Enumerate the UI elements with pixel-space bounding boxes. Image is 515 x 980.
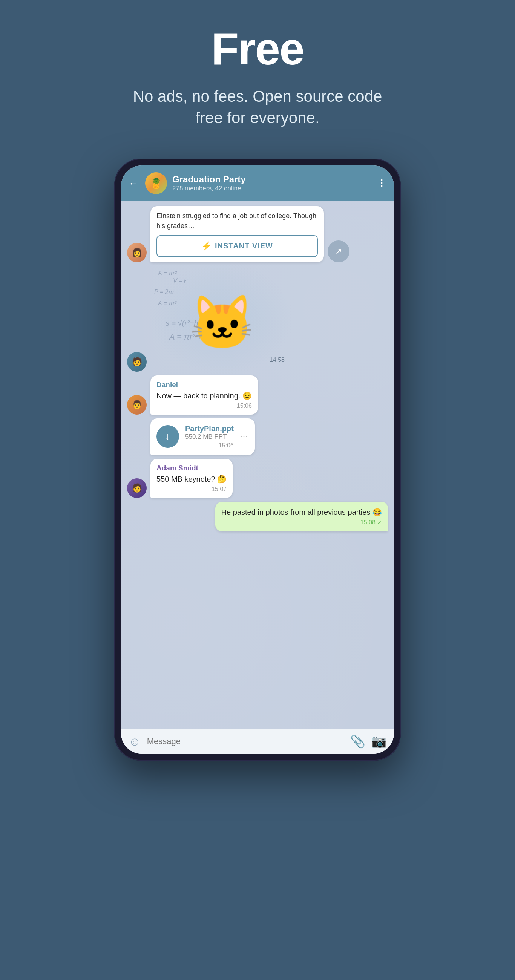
file-name: PartyPlan.ppt [185, 425, 234, 433]
message-timestamp: 15:08 ✓ [221, 519, 382, 526]
avatar-emoji: 🍍 [150, 177, 163, 189]
avatar: 🧑 [127, 352, 147, 372]
sticker-message: A = πr² V = l³ P = 2πr A = πr³ s = √(r²+… [150, 266, 294, 372]
avatar-icon: 👨 [132, 400, 142, 410]
emoji-button[interactable]: ☺ [129, 735, 141, 749]
hero-subtitle: No ads, no fees. Open source code free f… [126, 86, 389, 129]
chat-body: 👩 Einstein struggled to find a job out o… [121, 201, 394, 729]
more-button[interactable]: ⋮ [377, 178, 386, 188]
download-icon: ↓ [165, 430, 171, 442]
outgoing-bubble: He pasted in photos from all previous pa… [215, 502, 388, 531]
back-button[interactable]: ← [129, 178, 139, 189]
file-size: 550.2 MB PPT [185, 433, 234, 441]
attach-button[interactable]: 📎 [350, 734, 365, 749]
share-icon: ↗ [335, 247, 342, 256]
message-sender: Adam Smidt [156, 464, 226, 472]
link-preview-bubble: Einstein struggled to find a job out of … [150, 206, 324, 262]
message-text: He pasted in photos from all previous pa… [221, 507, 382, 517]
share-button[interactable]: ↗ [328, 240, 349, 262]
bolt-icon: ⚡ [201, 241, 212, 251]
read-receipt-icon: ✓ [377, 519, 382, 526]
math-formula-1: A = πr² [158, 270, 177, 277]
link-excerpt: Einstein struggled to find a job out of … [156, 212, 318, 230]
group-name: Graduation Party [172, 174, 372, 185]
cat-sticker: 🐱 [189, 296, 255, 349]
input-bar: ☺ 📎 📷 [121, 729, 394, 754]
camera-button[interactable]: 📷 [372, 734, 386, 749]
timestamp-label: 15:08 [360, 519, 376, 526]
instant-view-label: INSTANT VIEW [215, 242, 273, 250]
sticker-row: 🧑 A = πr² V = l³ P = 2πr A = πr³ s = √(r… [127, 266, 388, 372]
avatar-icon: 🧑 [132, 357, 142, 367]
table-row: 🧑 Adam Smidt 550 MB keynote? 🤔 15:07 [127, 459, 388, 498]
text-bubble: Daniel Now — back to planning. 😉 15:06 [150, 375, 258, 415]
chat-header-info: Graduation Party 278 members, 42 online [172, 174, 372, 192]
file-info: PartyPlan.ppt 550.2 MB PPT 15:06 [185, 425, 234, 449]
file-more-button[interactable]: ⋯ [240, 431, 249, 441]
table-row: 👩 Einstein struggled to find a job out o… [127, 206, 388, 262]
group-meta: 278 members, 42 online [172, 185, 372, 192]
message-timestamp: 15:06 [156, 402, 252, 409]
file-bubble: ↓ PartyPlan.ppt 550.2 MB PPT 15:06 ⋯ [150, 418, 255, 455]
phone-frame: ← 🍍 Graduation Party 278 members, 42 onl… [114, 159, 401, 760]
chat-header: ← 🍍 Graduation Party 278 members, 42 onl… [121, 165, 394, 201]
avatar: 👨 [127, 395, 147, 415]
avatar: 🧑 [127, 478, 147, 498]
avatar-icon: 👩 [132, 248, 142, 258]
message-timestamp: 15:07 [156, 486, 226, 493]
message-timestamp: 15:06 [185, 442, 234, 449]
phone-screen: ← 🍍 Graduation Party 278 members, 42 onl… [121, 165, 394, 754]
math-formula-3: P = 2πr [154, 289, 174, 296]
message-sender: Daniel [156, 381, 252, 389]
message-text: 550 MB keynote? 🤔 [156, 474, 226, 484]
table-row: 👨 Daniel Now — back to planning. 😉 15:06 [127, 375, 388, 415]
group-avatar: 🍍 [145, 172, 167, 194]
math-formula-4: A = πr³ [158, 300, 177, 307]
table-row: ↓ PartyPlan.ppt 550.2 MB PPT 15:06 ⋯ [127, 418, 388, 455]
text-bubble: Adam Smidt 550 MB keynote? 🤔 15:07 [150, 459, 233, 498]
message-input[interactable] [147, 737, 344, 746]
avatar-icon: 🧑 [132, 483, 142, 493]
message-text: Now — back to planning. 😉 [156, 390, 252, 401]
math-formula-2: V = l³ [173, 277, 187, 284]
instant-view-button[interactable]: ⚡ INSTANT VIEW [156, 235, 318, 257]
download-button[interactable]: ↓ [156, 425, 179, 448]
avatar: 👩 [127, 243, 147, 262]
page-title: Free [211, 22, 303, 75]
sticker-timestamp: 14:58 [269, 356, 285, 363]
table-row: He pasted in photos from all previous pa… [127, 502, 388, 531]
